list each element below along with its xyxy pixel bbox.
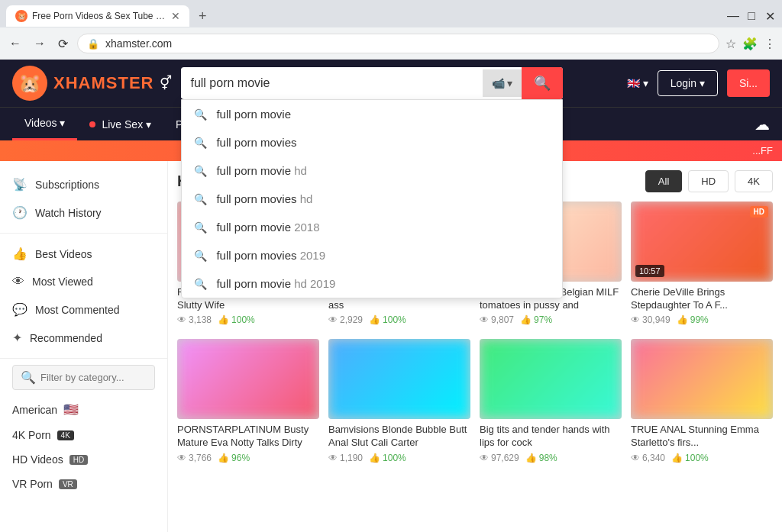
sidebar-category-american[interactable]: American 🇺🇸 [0, 396, 167, 423]
video-thumbnail-6 [328, 339, 470, 419]
camera-search-button[interactable]: 📹 ▾ [483, 69, 522, 97]
filter-buttons: All HD 4K [645, 170, 773, 192]
recommended-icon: ✦ [12, 330, 22, 345]
video-title-4: Cherie DeVille Brings Stepdaughter To A … [631, 286, 773, 312]
sidebar-category-4k[interactable]: 4K Porn 4K [0, 423, 167, 447]
banner-text: ...FF [752, 145, 773, 156]
toolbar-icons: ☆ 🧩 ⋮ [725, 37, 776, 51]
sidebar-divider-1 [0, 233, 167, 234]
tab-favicon: 🐹 [15, 10, 27, 22]
sidebar-item-recommended[interactable]: ✦ Recommended [0, 324, 167, 352]
video-title-5: PORNSTARPLATINUM Busty Mature Eva Notty … [177, 424, 319, 450]
login-button[interactable]: Login ▾ [658, 70, 718, 96]
recommended-label: Recommended [30, 332, 102, 344]
video-card-5[interactable]: PORNSTARPLATINUM Busty Mature Eva Notty … [177, 339, 319, 467]
maximize-button[interactable]: □ [745, 10, 758, 22]
language-button[interactable]: 🇬🇧 ▾ [627, 77, 648, 89]
video-thumbnail-5 [177, 339, 319, 419]
browser-titlebar: 🐹 Free Porn Videos & Sex Tube Mo... ✕ + … [0, 0, 782, 27]
browser-chrome: 🐹 Free Porn Videos & Sex Tube Mo... ✕ + … [0, 0, 782, 60]
filter-4k-button[interactable]: 4K [735, 170, 773, 192]
video-views-8: 👁 6,340 [631, 453, 665, 463]
video-meta-8: 👁 6,340 👍 100% [631, 453, 773, 463]
search-suggestion-text-5: full porn movie 2018 [216, 221, 550, 234]
search-suggestion-4[interactable]: 🔍 full porn movies hd [182, 185, 562, 213]
more-options-icon[interactable]: ⋮ [764, 37, 776, 51]
category-filter-input[interactable] [40, 372, 168, 383]
search-button[interactable]: 🔍 [522, 67, 563, 99]
video-card-7[interactable]: Big tits and tender hands with lips for … [480, 339, 622, 467]
sidebar-item-subscriptions[interactable]: 📡 Subscriptions [0, 170, 167, 198]
video-title-8: TRUE ANAL Stunning Emma Starletto's firs… [631, 424, 773, 450]
video-title-6: Bamvisions Blonde Bubble Butt Anal Slut … [328, 424, 470, 450]
video-meta-7: 👁 97,629 👍 98% [480, 453, 622, 463]
reload-button[interactable]: ⟳ [55, 34, 71, 54]
search-suggestion-2[interactable]: 🔍 full porn movies [182, 128, 562, 156]
tab-title: Free Porn Videos & Sex Tube Mo... [32, 11, 166, 21]
video-card-8[interactable]: TRUE ANAL Stunning Emma Starletto's firs… [631, 339, 773, 467]
search-suggestion-6[interactable]: 🔍 full porn movies 2019 [182, 241, 562, 269]
video-duration-4: 10:57 [635, 265, 664, 277]
logo-bear-icon: 🐹 [12, 66, 47, 101]
close-button[interactable]: ✕ [764, 10, 776, 22]
watch-history-label: Watch History [35, 207, 102, 219]
video-likes-8: 👍 100% [671, 453, 709, 463]
filter-hd-button[interactable]: HD [688, 170, 729, 192]
most-viewed-label: Most Viewed [32, 276, 93, 288]
video-views-7: 👁 97,629 [480, 453, 519, 463]
search-icon-small-3: 🔍 [194, 165, 207, 177]
american-flag-icon: 🇺🇸 [63, 402, 79, 417]
search-suggestion-7[interactable]: 🔍 full porn movie hd 2019 [182, 269, 562, 298]
sidebar-item-best-videos[interactable]: 👍 Best Videos [0, 240, 167, 268]
search-suggestion-1[interactable]: 🔍 full porn movie [182, 100, 562, 128]
signup-button[interactable]: Si... [727, 69, 770, 97]
video-likes-2: 👍 100% [369, 314, 406, 325]
category-filter[interactable]: 🔍 [12, 365, 155, 390]
back-button[interactable]: ← [6, 34, 24, 53]
video-meta-4: 👁 30,949 👍 99% [631, 314, 773, 325]
video-views-3: 👁 9,807 [480, 314, 514, 325]
upload-icon[interactable]: ☁ [755, 115, 770, 134]
active-tab[interactable]: 🐹 Free Porn Videos & Sex Tube Mo... ✕ [6, 5, 189, 27]
search-suggestion-3[interactable]: 🔍 full porn movie hd [182, 156, 562, 185]
address-bar[interactable]: 🔒 xhamster.com [77, 34, 719, 53]
sidebar: 📡 Subscriptions 🕐 Watch History 👍 Best V… [0, 161, 168, 532]
video-card-6[interactable]: Bamvisions Blonde Bubble Butt Anal Slut … [328, 339, 470, 467]
live-dot-icon [89, 121, 95, 127]
nav-videos[interactable]: Videos ▾ [12, 108, 77, 140]
most-commented-icon: 💬 [12, 302, 27, 317]
video-meta-2: 👁 2,929 👍 100% [328, 314, 470, 325]
hd-badge-4: HD [750, 206, 768, 218]
sidebar-item-most-commented[interactable]: 💬 Most Commented [0, 295, 167, 324]
logo-text: XHAMSTER [53, 73, 153, 93]
sidebar-category-vr[interactable]: VR Porn VR [0, 472, 167, 496]
minimize-button[interactable]: — [727, 10, 739, 22]
filter-all-button[interactable]: All [645, 170, 682, 192]
video-card-4[interactable]: 10:57 HD Cherie DeVille Brings Stepdaugh… [631, 202, 773, 330]
search-input[interactable] [181, 69, 482, 98]
bookmark-icon[interactable]: ☆ [725, 37, 736, 51]
sidebar-item-most-viewed[interactable]: 👁 Most Viewed [0, 268, 167, 295]
sidebar-divider-2 [0, 358, 167, 359]
video-meta-6: 👁 1,190 👍 100% [328, 453, 470, 463]
forward-button[interactable]: → [31, 34, 49, 53]
video-likes-1: 👍 100% [218, 314, 255, 325]
subscriptions-icon: 📡 [12, 177, 27, 192]
video-meta-1: 👁 3,138 👍 100% [177, 314, 319, 325]
video-thumbnail-8 [631, 339, 773, 419]
american-label: American [12, 404, 57, 416]
most-viewed-icon: 👁 [12, 275, 24, 289]
search-suggestion-text-4: full porn movies hd [216, 192, 550, 205]
sidebar-category-hd[interactable]: HD Videos HD [0, 447, 167, 472]
nav-live-sex[interactable]: Live Sex ▾ [77, 109, 163, 140]
search-suggestion-text-3: full porn movie hd [216, 164, 550, 177]
search-suggestion-5[interactable]: 🔍 full porn movie 2018 [182, 213, 562, 241]
sidebar-item-watch-history[interactable]: 🕐 Watch History [0, 198, 167, 227]
video-info-7: Big tits and tender hands with lips for … [480, 419, 622, 468]
browser-toolbar: ← → ⟳ 🔒 xhamster.com ☆ 🧩 ⋮ [0, 27, 782, 60]
extensions-icon[interactable]: 🧩 [742, 37, 758, 51]
logo-area: 🐹 XHAMSTER ⚥ [12, 66, 172, 101]
tab-close-button[interactable]: ✕ [171, 10, 180, 22]
video-thumb-4: 10:57 HD [631, 202, 773, 282]
new-tab-button[interactable]: + [192, 5, 213, 27]
